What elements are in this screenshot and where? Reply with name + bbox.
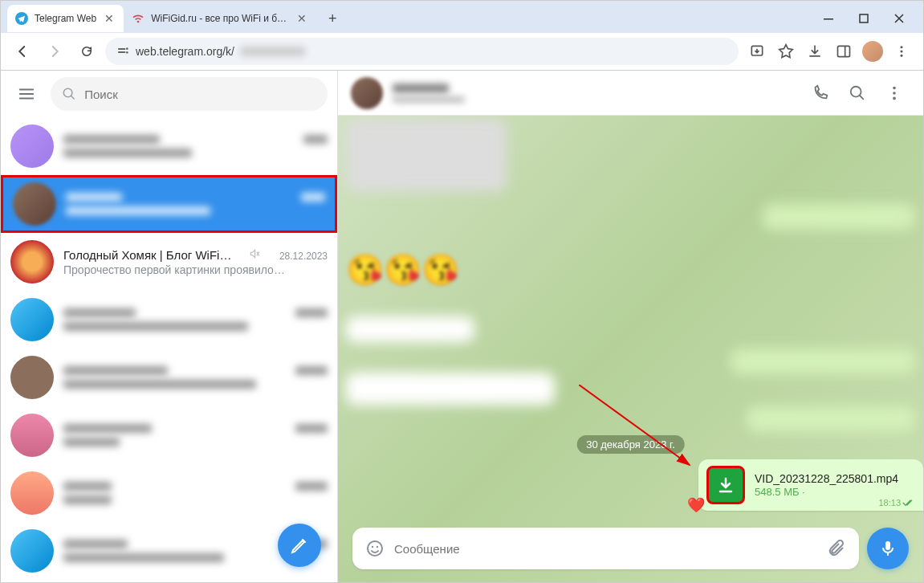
file-size: 548.5 МБ · — [755, 486, 915, 498]
chat-name: Голодный Хомяк | Блог WiFi… — [63, 248, 231, 262]
wifi-favicon — [132, 12, 145, 25]
telegram-app: Голодный Хомяк | Блог WiFi… 28.12.2023 П… — [1, 71, 923, 583]
blurred-message — [346, 373, 555, 405]
chat-list[interactable]: Голодный Хомяк | Блог WiFi… 28.12.2023 П… — [1, 117, 337, 583]
avatar — [10, 471, 54, 515]
annotation-arrow — [579, 385, 699, 473]
read-checks-icon — [902, 499, 915, 507]
chat-subtitle — [393, 96, 465, 103]
svg-point-15 — [893, 86, 896, 89]
blurred-message — [346, 316, 474, 342]
attach-button[interactable] — [825, 539, 848, 558]
svg-point-20 — [372, 546, 373, 548]
site-settings-icon — [116, 45, 129, 58]
chat-time: 28.12.2023 — [279, 251, 328, 262]
message-input-box[interactable] — [352, 528, 859, 569]
message-input[interactable] — [394, 542, 817, 556]
minimize-button[interactable] — [811, 6, 846, 31]
sidepanel-icon[interactable] — [830, 38, 857, 65]
svg-point-5 — [126, 47, 128, 50]
close-icon[interactable]: ✕ — [103, 12, 116, 25]
tab-wifigid[interactable]: WiFiGid.ru - все про WiFi и бе… ✕ — [124, 5, 316, 32]
sidebar-header — [1, 71, 337, 117]
search-input[interactable] — [84, 88, 316, 101]
chat-item[interactable] — [1, 291, 337, 349]
new-tab-button[interactable]: + — [321, 7, 344, 30]
close-window-button[interactable] — [881, 6, 917, 31]
svg-point-6 — [126, 51, 128, 54]
svg-point-12 — [901, 55, 903, 57]
menu-button[interactable] — [10, 78, 43, 110]
svg-rect-4 — [118, 51, 125, 53]
chat-item[interactable] — [1, 464, 337, 522]
svg-point-19 — [368, 541, 382, 556]
search-chat-button[interactable] — [841, 77, 873, 109]
search-box[interactable] — [51, 77, 328, 111]
bookmark-icon[interactable] — [772, 38, 800, 65]
message-time: 18:13 — [878, 498, 915, 508]
avatar — [10, 529, 54, 573]
chat-avatar[interactable] — [351, 77, 383, 109]
chat-item[interactable] — [1, 117, 337, 175]
maximize-button[interactable] — [846, 6, 881, 31]
call-button[interactable] — [804, 77, 836, 109]
chat-header — [338, 71, 923, 116]
pencil-icon — [290, 536, 309, 555]
window-controls — [811, 6, 917, 31]
file-name: VID_20231228_225801.mp4 — [755, 472, 915, 485]
blurred-message — [747, 406, 915, 432]
blurred-message — [763, 204, 915, 230]
svg-point-17 — [893, 96, 896, 100]
reload-button[interactable] — [73, 38, 100, 65]
chat-main: 😘😘😘 30 декабря 2023 г. ❤️ VID_20231228_2… — [338, 71, 923, 583]
download-file-button[interactable] — [706, 466, 745, 504]
download-icon — [716, 475, 735, 495]
messages-area[interactable]: 😘😘😘 30 декабря 2023 г. ❤️ VID_20231228_2… — [338, 116, 923, 525]
voice-button[interactable] — [867, 528, 909, 569]
svg-rect-3 — [118, 48, 125, 50]
compose-button[interactable] — [278, 524, 321, 567]
emoji-button[interactable] — [364, 539, 386, 558]
mute-icon — [249, 248, 260, 259]
svg-point-21 — [377, 546, 378, 548]
tab-title: Telegram Web — [35, 13, 96, 24]
svg-rect-2 — [860, 14, 868, 22]
search-icon — [62, 86, 76, 102]
tab-bar: Telegram Web ✕ WiFiGid.ru - все про WiFi… — [1, 1, 923, 33]
blurred-message — [731, 349, 915, 374]
address-bar: web.telegram.org/k/ — [1, 33, 923, 70]
url-blurred — [241, 47, 305, 56]
forward-button[interactable] — [41, 38, 68, 65]
avatar — [10, 356, 54, 399]
svg-rect-1 — [824, 18, 833, 20]
install-app-icon[interactable] — [743, 38, 771, 65]
chat-title-box[interactable] — [393, 84, 795, 103]
menu-icon[interactable] — [888, 38, 915, 65]
sidebar: Голодный Хомяк | Блог WiFi… 28.12.2023 П… — [1, 71, 338, 583]
url-input[interactable]: web.telegram.org/k/ — [105, 38, 739, 65]
avatar — [10, 124, 54, 168]
avatar — [13, 182, 56, 226]
heart-reaction[interactable]: ❤️ — [687, 496, 705, 514]
date-separator: 30 декабря 2023 г. — [576, 435, 685, 454]
download-icon[interactable] — [801, 38, 828, 65]
svg-point-11 — [901, 51, 903, 53]
blurred-message — [346, 119, 507, 191]
chat-item[interactable] — [1, 406, 337, 464]
browser-chrome: Telegram Web ✕ WiFiGid.ru - все про WiFi… — [1, 1, 923, 71]
chat-item-selected[interactable] — [1, 175, 337, 233]
back-button[interactable] — [9, 38, 36, 65]
profile-avatar[interactable] — [859, 38, 886, 65]
svg-point-10 — [901, 46, 903, 48]
file-message[interactable]: ❤️ VID_20231228_225801.mp4 548.5 МБ · 18… — [698, 459, 923, 511]
chat-item-hamster[interactable]: Голодный Хомяк | Блог WiFi… 28.12.2023 П… — [1, 233, 337, 291]
more-button[interactable] — [878, 77, 910, 109]
tab-telegram[interactable]: Telegram Web ✕ — [7, 5, 124, 32]
telegram-favicon — [15, 12, 28, 25]
close-icon[interactable]: ✕ — [295, 12, 308, 25]
chat-item[interactable] — [1, 349, 337, 406]
emoji-message: 😘😘😘 — [346, 252, 459, 287]
avatar — [10, 414, 54, 457]
svg-point-16 — [893, 92, 896, 95]
svg-rect-8 — [838, 46, 850, 56]
